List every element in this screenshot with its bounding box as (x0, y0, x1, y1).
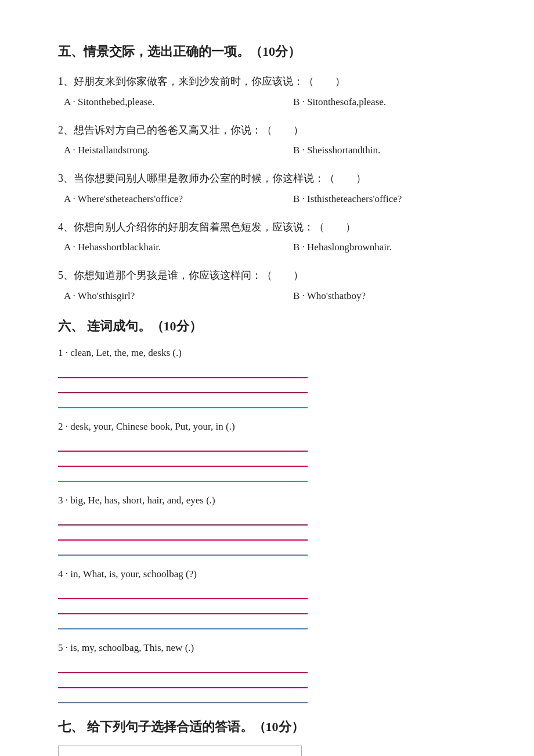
write-line[interactable] (58, 543, 308, 556)
s1-write-lines (58, 365, 488, 408)
question-1: 1、好朋友来到你家做客，来到沙发前时，你应该说：（ ） A · Sitonthe… (58, 73, 488, 110)
sentence-1: 1 · clean, Let, the, me, desks (.) (58, 345, 488, 408)
write-line[interactable] (58, 675, 308, 688)
q3-option-b: B · Isthistheteachers'office? (293, 191, 488, 208)
write-line[interactable] (58, 528, 308, 541)
q1-text: 1、好朋友来到你家做客，来到沙发前时，你应该说：（ ） (58, 73, 488, 91)
q4-option-b: B · Hehaslongbrownhair. (293, 239, 488, 256)
q1-option-a: A · Sitonthebed,please. (64, 94, 258, 111)
q4-text: 4、你想向别人介绍你的好朋友留着黑色短发，应该说：（ ） (58, 218, 488, 236)
question-2: 2、想告诉对方自己的爸爸又高又壮，你说：（ ） A · Heistallands… (58, 121, 488, 159)
q5-text: 5、你想知道那个男孩是谁，你应该这样问：（ ） (58, 267, 488, 285)
section-6: 六、 连词成句。（10分） 1 · clean, Let, the, me, d… (58, 315, 488, 703)
write-line[interactable] (58, 365, 308, 378)
answer-a-box: A．4 long pencils and 2 pens. (58, 746, 302, 756)
q3-option-a: A · Where'stheteachers'office? (64, 191, 258, 208)
section-6-title: 六、 连词成句。（10分） (58, 315, 488, 337)
write-line[interactable] (58, 395, 308, 408)
q5-option-b: B · Who'sthatboy? (293, 288, 488, 305)
s4-prompt: 4 · in, What, is, your, schoolbag (?) (58, 566, 488, 583)
s3-prompt: 3 · big, He, has, short, hair, and, eyes… (58, 492, 488, 509)
write-line[interactable] (58, 660, 308, 673)
write-line[interactable] (58, 469, 308, 482)
s3-write-lines (58, 513, 488, 556)
sentence-2: 2 · desk, your, Chinese book, Put, your,… (58, 419, 488, 482)
s1-prompt: 1 · clean, Let, the, me, desks (.) (58, 345, 488, 362)
s2-write-lines (58, 439, 488, 482)
section-5-title: 五、情景交际，选出正确的一项。（10分） (58, 41, 488, 62)
sentence-4: 4 · in, What, is, your, schoolbag (?) (58, 566, 488, 629)
q2-option-a: A · Heistallandstrong. (64, 142, 258, 159)
q5-option-a: A · Who'sthisgirl? (64, 288, 258, 305)
write-line[interactable] (58, 617, 308, 629)
sentence-5: 5 · is, my, schoolbag, This, new (.) (58, 640, 488, 703)
question-3: 3、当你想要问别人哪里是教师办公室的时候，你这样说：（ ） A · Where'… (58, 170, 488, 207)
write-line[interactable] (58, 586, 308, 599)
section-7-title: 七、 给下列句子选择合适的答语。（10分） (58, 716, 488, 737)
s4-write-lines (58, 586, 488, 629)
section-5: 五、情景交际，选出正确的一项。（10分） 1、好朋友来到你家做客，来到沙发前时，… (58, 41, 488, 305)
write-line[interactable] (58, 513, 308, 525)
question-4: 4、你想向别人介绍你的好朋友留着黑色短发，应该说：（ ） A · Hehassh… (58, 218, 488, 256)
section-7: 七、 给下列句子选择合适的答语。（10分） A．4 long pencils a… (58, 716, 488, 756)
write-line[interactable] (58, 690, 308, 703)
s2-prompt: 2 · desk, your, Chinese book, Put, your,… (58, 419, 488, 435)
sentence-3: 3 · big, He, has, short, hair, and, eyes… (58, 492, 488, 556)
write-line[interactable] (58, 439, 308, 452)
q2-option-b: B · Sheisshortandthin. (293, 142, 488, 159)
write-line[interactable] (58, 454, 308, 467)
q4-option-a: A · Hehasshortblackhair. (64, 239, 258, 256)
s5-write-lines (58, 660, 488, 703)
write-line[interactable] (58, 602, 308, 614)
q3-text: 3、当你想要问别人哪里是教师办公室的时候，你这样说：（ ） (58, 170, 488, 188)
q2-text: 2、想告诉对方自己的爸爸又高又壮，你说：（ ） (58, 121, 488, 139)
question-5: 5、你想知道那个男孩是谁，你应该这样问：（ ） A · Who'sthisgir… (58, 267, 488, 304)
q1-option-b: B · Sitonthesofa,please. (293, 94, 488, 111)
s5-prompt: 5 · is, my, schoolbag, This, new (.) (58, 640, 488, 657)
write-line[interactable] (58, 380, 308, 393)
